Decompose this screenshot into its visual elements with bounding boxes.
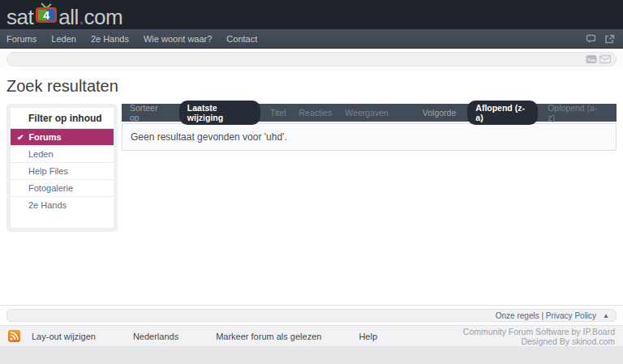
sort-by-label: Sorteer op <box>130 103 168 122</box>
footer-link-layout[interactable]: Lay-out wijzigen <box>32 332 96 341</box>
credits-line-1: Community Forum Software by IP.Board <box>463 327 615 336</box>
primary-nav: Forums Leden 2e Hands Wie woont waar? Co… <box>0 29 623 49</box>
page: sat 4 all.com Forums Leden 2e Hands Wie … <box>0 0 623 346</box>
youtube-icon[interactable]: You <box>586 54 597 64</box>
secondary-bar: You <box>6 52 617 66</box>
logo-text-suffix: com <box>84 6 122 28</box>
bottom-bar: Onze regels | Privacy Policy ▲ <box>6 309 617 322</box>
logo-text-pre: sat <box>6 6 33 28</box>
sidebar-item-2e-hands[interactable]: 2e Hands <box>11 196 114 213</box>
nav-item-contact[interactable]: Contact <box>219 29 264 48</box>
sort-option-weergaven[interactable]: Weergaven <box>345 108 389 118</box>
filter-box: Filter op inhoud ✔Forums Leden Help File… <box>11 108 114 228</box>
check-icon: ✔ <box>17 133 24 142</box>
results-main: Sorteer op Laatste wijziging Titel React… <box>122 104 617 151</box>
nav-item-wie-woont-waar[interactable]: Wie woont waar? <box>136 29 219 48</box>
sidebar-item-help-files[interactable]: Help Files <box>11 162 114 179</box>
nav-item-leden[interactable]: Leden <box>44 29 84 48</box>
rules-privacy-link[interactable]: Onze regels | Privacy Policy <box>496 311 596 320</box>
logo-dot: . <box>79 6 84 28</box>
nav-icon-group <box>586 34 615 44</box>
content-area: Filter op inhoud ✔Forums Leden Help File… <box>0 102 623 305</box>
order-option-oplopend[interactable]: Oplopend (a-z) <box>548 103 602 122</box>
external-link-icon[interactable] <box>604 34 615 44</box>
footer-links: Lay-out wijzigen Nederlands Markeer foru… <box>8 330 415 342</box>
footer-link-language[interactable]: Nederlands <box>133 332 178 341</box>
sidebar-item-fotogalerie[interactable]: Fotogalerie <box>11 179 114 196</box>
sort-option-titel[interactable]: Titel <box>270 108 286 118</box>
order-option-aflopend[interactable]: Aflopend (z-a) <box>467 101 538 125</box>
sidebar-item-leden[interactable]: Leden <box>11 145 114 162</box>
back-to-top-icon[interactable]: ▲ <box>603 312 609 319</box>
nav-item-forums[interactable]: Forums <box>0 29 44 48</box>
filter-title: Filter op inhoud <box>11 108 114 128</box>
nav-menu: Forums Leden 2e Hands Wie woont waar? Co… <box>0 29 264 48</box>
sort-bar: Sorteer op Laatste wijziging Titel React… <box>122 104 617 122</box>
svg-text:You: You <box>587 58 595 62</box>
footer-link-help[interactable]: Help <box>359 332 377 341</box>
sidebar-item-label: Forums <box>28 132 61 142</box>
footer: Lay-out wijzigen Nederlands Markeer foru… <box>0 325 623 346</box>
sort-option-laatste-wijziging[interactable]: Laatste wijziging <box>179 101 260 125</box>
bottom-strip: Onze regels | Privacy Policy ▲ <box>0 305 623 325</box>
secondary-strip: You <box>0 49 623 70</box>
sort-option-reacties[interactable]: Reacties <box>299 108 332 118</box>
filter-list: ✔Forums Leden Help Files Fotogalerie 2e … <box>11 128 114 213</box>
branding-header: sat 4 all.com <box>0 0 623 29</box>
rss-icon[interactable] <box>8 330 20 342</box>
credits-line-2: Designed By skinod.com <box>463 336 615 346</box>
footer-credits: Community Forum Software by IP.Board Des… <box>463 326 615 346</box>
tv-logo-icon: 4 <box>35 2 58 28</box>
svg-text:4: 4 <box>44 9 50 22</box>
site-logo[interactable]: sat 4 all.com <box>6 2 122 28</box>
page-title: Zoek resultaten <box>0 70 623 102</box>
nav-item-2e-hands[interactable]: 2e Hands <box>84 29 136 48</box>
sidebar-item-forums[interactable]: ✔Forums <box>11 128 114 145</box>
order-label: Volgorde <box>423 108 456 118</box>
chat-icon[interactable] <box>586 34 596 44</box>
mail-icon[interactable] <box>599 54 611 64</box>
filter-sidebar: Filter op inhoud ✔Forums Leden Help File… <box>6 104 118 232</box>
logo-text-mid: all <box>58 6 79 28</box>
footer-link-mark-read[interactable]: Markeer forum als gelezen <box>216 332 321 341</box>
no-results-message: Geen resultaat gevonden voor 'uhd'. <box>122 123 617 151</box>
